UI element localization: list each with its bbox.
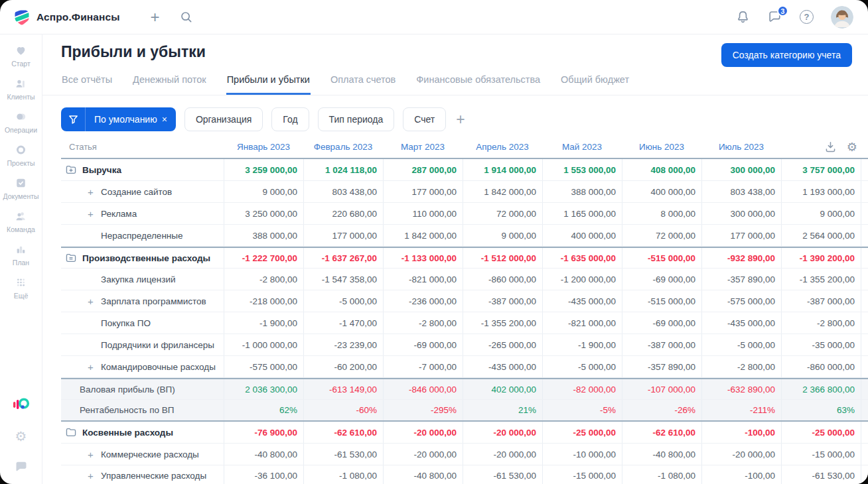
team-icon bbox=[14, 209, 28, 223]
table-cell: -1 900,00 bbox=[224, 312, 303, 333]
settings-button[interactable]: ⚙ bbox=[15, 430, 27, 443]
expand-icon[interactable]: + bbox=[88, 449, 96, 460]
sidebar: Старт Клиенты Операции Проекты Документы… bbox=[0, 34, 42, 484]
expand-icon[interactable]: + bbox=[88, 361, 96, 373]
expand-icon[interactable]: + bbox=[88, 186, 96, 198]
row-label: Закупка лицензий bbox=[61, 269, 224, 290]
column-header-month[interactable]: Июнь 2023 bbox=[622, 142, 701, 152]
expand-icon[interactable]: + bbox=[88, 296, 96, 307]
table-cell: -1 355 200,00 bbox=[781, 269, 861, 290]
table-cell: 9 000,00 bbox=[224, 181, 303, 202]
table-cell: -1 080,00 bbox=[622, 465, 701, 484]
table-cell: -60% bbox=[303, 400, 383, 420]
filter-chip-1[interactable]: Организация bbox=[184, 107, 263, 131]
sidebar-item-documents[interactable]: Документы bbox=[3, 176, 38, 200]
table-cell: -435 000,00 bbox=[463, 356, 542, 377]
notifications-button[interactable] bbox=[736, 10, 750, 24]
sidebar-item-team[interactable]: Команда bbox=[3, 209, 38, 233]
column-header-month[interactable]: Июль 2023 bbox=[701, 142, 781, 152]
table-cell: 3 757 000,00 bbox=[781, 159, 861, 180]
top-bar: Аспро.Финансы + bbox=[0, 0, 868, 34]
table-cell: -107 000,00 bbox=[622, 379, 701, 399]
row-label: Рентабельность по ВП bbox=[61, 400, 224, 420]
table-row: Выручка 3 259 000,001 024 118,00287 000,… bbox=[61, 159, 868, 181]
row-label[interactable]: + Реклама bbox=[61, 203, 224, 224]
plus-icon: + bbox=[150, 9, 159, 25]
plan-icon bbox=[14, 242, 28, 257]
table-cell: 1 842 000,00 bbox=[463, 181, 542, 202]
column-header-month[interactable]: Январь 2023 bbox=[224, 142, 303, 152]
download-icon[interactable] bbox=[824, 141, 837, 153]
sidebar-item-start[interactable]: Старт bbox=[3, 43, 38, 68]
table-settings-gear-icon[interactable]: ⚙ bbox=[847, 141, 857, 153]
table-cell: -1 900,00 bbox=[542, 334, 622, 355]
row-sliver bbox=[861, 225, 868, 246]
create-category-button[interactable]: Создать категорию учета bbox=[721, 43, 852, 67]
tab-4[interactable]: Оплата счетов bbox=[330, 73, 396, 95]
sidebar-item-projects[interactable]: Проекты bbox=[3, 143, 38, 167]
expand-icon[interactable]: + bbox=[88, 470, 96, 481]
table-cell: -35 000,00 bbox=[781, 334, 861, 355]
row-label[interactable]: + Зарплата программистов bbox=[61, 290, 224, 312]
table-cell: -100,00 bbox=[701, 465, 781, 484]
table-cell: -575 000,00 bbox=[701, 290, 781, 312]
tab-1[interactable]: Все отчёты bbox=[61, 73, 113, 95]
filter-chip-2[interactable]: Год bbox=[271, 107, 309, 131]
folder-minus-icon[interactable] bbox=[65, 252, 77, 264]
row-label[interactable]: Косвенные расходы bbox=[61, 422, 224, 443]
sidebar-item-label: Документы bbox=[3, 192, 38, 200]
table-cell: -1 355 200,00 bbox=[463, 312, 542, 333]
tab-6[interactable]: Общий бюджет bbox=[560, 73, 630, 95]
table-cell: -20 000,00 bbox=[383, 444, 463, 465]
column-header-month[interactable]: Апрель 2023 bbox=[463, 142, 542, 152]
sidebar-item-operations[interactable]: Операции bbox=[3, 109, 38, 134]
sidebar-item-clients[interactable]: Клиенты bbox=[3, 76, 38, 101]
tab-2[interactable]: Денежный поток bbox=[132, 73, 207, 95]
table-cell: -236 000,00 bbox=[383, 290, 463, 312]
table-cell: -2 800,00 bbox=[224, 269, 303, 290]
remove-filter-icon[interactable]: × bbox=[162, 114, 176, 125]
table-cell: 803 438,00 bbox=[701, 181, 781, 202]
tab-3[interactable]: Прибыли и убытки bbox=[226, 73, 311, 95]
sidebar-item-plan[interactable]: План bbox=[3, 242, 38, 267]
row-label[interactable]: Производственные расходы bbox=[61, 248, 224, 268]
row-label[interactable]: + Командировочные расходы bbox=[61, 356, 224, 377]
table-cell: 2 564 000,00 bbox=[781, 225, 861, 246]
page-title: Прибыли и убытки bbox=[61, 43, 206, 61]
app-window: Аспро.Финансы + bbox=[0, 0, 868, 484]
add-filter-button[interactable]: + bbox=[455, 112, 466, 127]
folder-icon[interactable] bbox=[65, 426, 77, 438]
quick-add-button[interactable]: + bbox=[150, 9, 159, 25]
main-content: Прибыли и убытки Создать категорию учета… bbox=[42, 34, 868, 484]
folder-plus-icon[interactable] bbox=[65, 164, 77, 176]
column-header-month[interactable]: Март 2023 bbox=[383, 142, 463, 152]
column-header-month[interactable]: Февраль 2023 bbox=[303, 142, 383, 152]
brand[interactable]: Аспро.Финансы bbox=[13, 9, 119, 26]
table-cell: 1 024 118,00 bbox=[303, 159, 383, 180]
row-label[interactable]: + Коммерческие расходы bbox=[61, 444, 224, 465]
tab-5[interactable]: Финансовые обязательства bbox=[415, 73, 541, 95]
brand-name: Аспро.Финансы bbox=[36, 11, 119, 23]
table-cell: -613 149,00 bbox=[303, 379, 383, 399]
user-avatar[interactable] bbox=[831, 6, 853, 29]
default-filter-chip[interactable]: По умолчанию × bbox=[61, 107, 176, 131]
column-header-month[interactable]: Май 2023 bbox=[542, 142, 622, 152]
feedback-button[interactable] bbox=[14, 460, 29, 473]
row-label[interactable]: + Создание сайтов bbox=[61, 181, 224, 202]
table-cell: -357 890,00 bbox=[701, 269, 781, 290]
messages-button[interactable]: 3 bbox=[767, 10, 782, 24]
expand-icon[interactable]: + bbox=[88, 208, 96, 219]
sidebar-item-more[interactable]: Ещё bbox=[3, 275, 38, 300]
search-button[interactable] bbox=[180, 11, 193, 24]
table-cell: 300 000,00 bbox=[701, 203, 781, 224]
help-button[interactable]: ? bbox=[800, 10, 814, 24]
table-cell: -7 000,00 bbox=[383, 356, 463, 377]
filter-chip-4[interactable]: Счет bbox=[403, 107, 446, 131]
table-cell: 72 000,00 bbox=[622, 225, 701, 246]
row-sliver bbox=[861, 444, 868, 465]
table-cell: -60 200,00 bbox=[303, 356, 383, 377]
table-cell: -1 470,00 bbox=[303, 312, 383, 333]
filter-chip-3[interactable]: Тип периода bbox=[318, 107, 395, 131]
row-label[interactable]: + Управленческие расходы bbox=[61, 465, 224, 484]
row-label[interactable]: Выручка bbox=[61, 159, 224, 180]
